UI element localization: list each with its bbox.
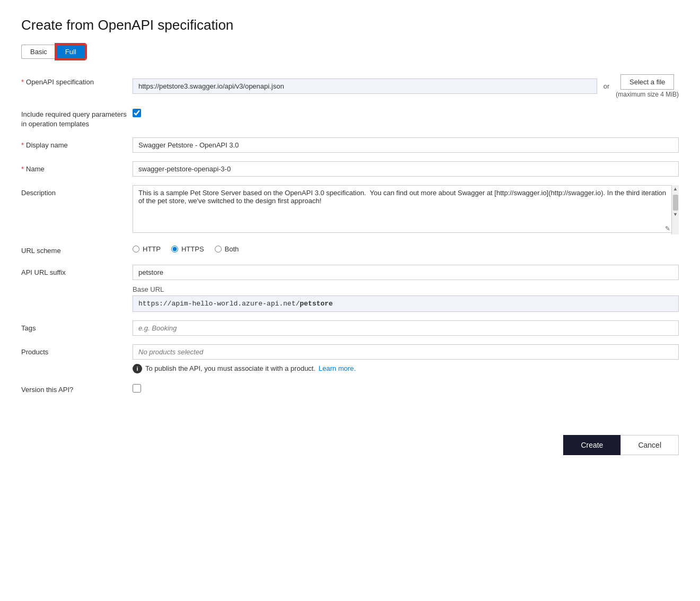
tags-row: Tags [21,320,679,336]
version-row: Version this API? [21,382,679,395]
publish-info-row: i To publish the API, you must associate… [133,364,679,373]
api-url-suffix-input[interactable] [133,265,679,280]
description-textarea[interactable]: This is a sample Pet Store Server based … [133,185,679,233]
include-query-checkbox-row [133,107,679,117]
products-input[interactable] [133,344,679,360]
cancel-button[interactable]: Cancel [620,435,679,455]
form-section: *OpenAPI specification or Select a file … [21,74,679,403]
required-star: * [21,78,24,86]
url-scheme-row: URL scheme HTTP HTTPS Both [21,243,679,256]
radio-https-label: HTTPS [181,245,204,253]
api-url-suffix-control: Base URL https://apim-hello-world.azure-… [133,265,679,312]
display-name-row: *Display name [21,137,679,153]
page-title: Create from OpenAPI specification [21,17,679,33]
radio-http[interactable]: HTTP [133,245,161,253]
products-row: Products i To publish the API, you must … [21,344,679,373]
radio-https-input[interactable] [171,246,178,252]
description-row: Description This is a sample Pet Store S… [21,185,679,234]
edit-icon: ✎ [665,225,670,232]
radio-both-label: Both [225,245,239,253]
create-button[interactable]: Create [563,435,620,455]
scroll-up-icon: ▲ [672,185,679,193]
description-scrollbar[interactable]: ▲ ▼ [671,185,679,234]
bottom-buttons: Create Cancel [21,435,679,455]
scroll-down-icon: ▼ [672,211,679,218]
url-scheme-control: HTTP HTTPS Both [133,243,679,253]
radio-both-input[interactable] [215,246,222,252]
learn-more-link[interactable]: Learn more. [319,364,356,372]
openapi-label: *OpenAPI specification [21,74,133,87]
version-checkbox-row [133,382,679,393]
name-row: *Name [21,161,679,177]
base-url-section: Base URL https://apim-hello-world.azure-… [133,285,679,312]
name-control [133,161,679,177]
include-query-control [133,107,679,117]
name-label: *Name [21,161,133,174]
radio-both[interactable]: Both [215,245,239,253]
tags-input[interactable] [133,320,679,336]
select-file-button[interactable]: Select a file [620,74,674,90]
openapi-input[interactable] [133,79,597,94]
openapi-control-area: or Select a file (maximum size 4 MiB) [133,74,679,98]
scroll-thumb [673,195,678,211]
radio-http-input[interactable] [133,246,139,252]
tab-row: Basic Full [21,44,679,59]
description-control: This is a sample Pet Store Server based … [133,185,679,234]
tab-basic[interactable]: Basic [21,45,56,59]
display-name-control [133,137,679,153]
tags-control [133,320,679,336]
version-label: Version this API? [21,382,133,395]
description-label: Description [21,185,133,198]
radio-http-label: HTTP [143,245,161,253]
base-url-suffix-display: petstore [300,300,332,308]
publish-info-text: To publish the API, you must associate i… [145,364,316,372]
base-url-prefix: https://apim-hello-world.azure-api.net/ [138,300,300,308]
url-scheme-label: URL scheme [21,243,133,256]
include-query-row: Include required query parameters in ope… [21,107,679,129]
include-query-label: Include required query parameters in ope… [21,107,133,129]
name-input[interactable] [133,161,679,177]
openapi-input-row: or Select a file (maximum size 4 MiB) [133,74,679,98]
products-control: i To publish the API, you must associate… [133,344,679,373]
base-url-label: Base URL [133,285,679,293]
api-url-suffix-label: API URL suffix [21,265,133,277]
version-checkbox[interactable] [133,384,141,393]
or-text: or [603,82,610,90]
display-name-label: *Display name [21,137,133,150]
radio-https[interactable]: HTTPS [171,245,204,253]
products-label: Products [21,344,133,357]
url-scheme-radio-group: HTTP HTTPS Both [133,243,679,253]
tags-label: Tags [21,320,133,333]
version-control [133,382,679,393]
base-url-box: https://apim-hello-world.azure-api.net/p… [133,295,679,312]
api-url-suffix-row: API URL suffix Base URL https://apim-hel… [21,265,679,312]
file-size-note: (maximum size 4 MiB) [616,91,679,98]
include-query-checkbox[interactable] [133,109,141,117]
info-icon: i [133,364,142,373]
tab-full[interactable]: Full [56,44,86,59]
display-name-input[interactable] [133,137,679,153]
openapi-row: *OpenAPI specification or Select a file … [21,74,679,98]
description-textarea-wrapper: This is a sample Pet Store Server based … [133,185,679,234]
